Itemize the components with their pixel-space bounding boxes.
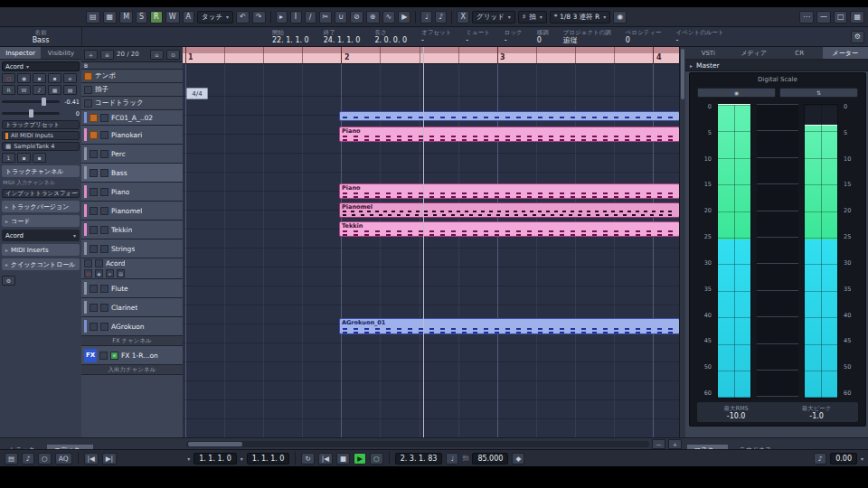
- section-chords[interactable]: ▸ コード: [2, 215, 80, 227]
- cycle-button[interactable]: ↻: [301, 453, 314, 465]
- draw-tool-icon[interactable]: ∕: [305, 11, 316, 23]
- info-field[interactable]: オフセット -: [421, 29, 451, 44]
- midi-part-pianomel[interactable]: Pianomel: [339, 202, 680, 218]
- volume-slider-handle[interactable]: [42, 98, 46, 106]
- stop-button[interactable]: ■: [336, 453, 350, 465]
- record-enable-button[interactable]: ○: [2, 73, 15, 83]
- track-filter-icon[interactable]: ≡: [100, 50, 114, 60]
- vertical-scrollbar-thumb[interactable]: [681, 49, 684, 99]
- track-row-chord[interactable]: コードトラック: [81, 97, 183, 110]
- tab-inspector[interactable]: Inspector: [0, 47, 41, 59]
- quantize-preset-dropdown[interactable]: * 1/8 3 連符 R ▾: [550, 11, 610, 23]
- right-locator-field[interactable]: 1. 1. 1. 0: [247, 453, 290, 465]
- max-rms-stat[interactable]: 最大RMS -10.0: [723, 405, 748, 420]
- track-preset-selector[interactable]: トラックプリセット: [2, 120, 80, 129]
- line-tool-icon[interactable]: ∿: [382, 11, 396, 23]
- record-arm-icon[interactable]: ○: [84, 269, 92, 277]
- tab-media[interactable]: メディア: [731, 47, 778, 59]
- mute-track-button[interactable]: ▪: [33, 73, 46, 83]
- input-transformer-selector[interactable]: インプットトランスフォーマー ⇅: [2, 189, 80, 198]
- zoom-tool-icon[interactable]: ⊕: [366, 11, 380, 23]
- midi-part-tekkin[interactable]: Tekkin: [339, 221, 680, 237]
- mute-tool-icon[interactable]: ⊘: [350, 11, 363, 23]
- left-locator-field[interactable]: 1. 1. 1. 0: [193, 453, 237, 465]
- master-bus-header[interactable]: ▸ Master: [685, 60, 868, 71]
- info-field[interactable]: ロック -: [505, 29, 523, 44]
- info-field[interactable]: 開始 22. 1. 1. 0: [272, 29, 309, 44]
- midi-part-piano[interactable]: Piano: [339, 127, 680, 142]
- project-position-display[interactable]: 2. 3. 1. 83: [395, 453, 443, 465]
- play-button[interactable]: ▶: [354, 453, 366, 465]
- horizontal-scrollbar-thumb[interactable]: [188, 442, 242, 446]
- track-row-audio[interactable]: AGrokuon: [81, 317, 183, 336]
- iterative-quantize-icon[interactable]: ◉: [613, 11, 627, 23]
- setup-icon[interactable]: ▤: [86, 11, 100, 23]
- transport-setup-icon[interactable]: ▤: [5, 453, 18, 465]
- info-field[interactable]: ベロシティー 0: [626, 29, 662, 44]
- range-selection-tool-icon[interactable]: I: [290, 11, 302, 23]
- meter-bar-left[interactable]: [717, 104, 751, 399]
- record-button[interactable]: ○: [370, 453, 383, 465]
- track-row-midi[interactable]: Pianomel: [81, 202, 183, 221]
- tab-cr[interactable]: CR: [777, 47, 823, 59]
- section-quick-controls[interactable]: ▸ クイックコントロール ◉: [2, 258, 80, 270]
- horizontal-scrollbar[interactable]: — +: [183, 437, 685, 449]
- track-row-midi-acord[interactable]: Acord ○ ◉ e ▤: [81, 258, 183, 279]
- note-icon[interactable]: ♪: [435, 11, 447, 23]
- pan-slider[interactable]: [2, 112, 60, 115]
- lane-display-button[interactable]: ▤: [63, 85, 77, 95]
- track-row-midi[interactable]: Flute: [81, 279, 183, 298]
- section-track-versions[interactable]: ▸ トラックバージョン: [2, 201, 80, 212]
- event-name-block[interactable]: 名前 Bass: [0, 27, 82, 46]
- zoom-in-icon[interactable]: +: [668, 439, 682, 449]
- program-selector-button[interactable]: ▪: [33, 153, 46, 163]
- inspector-gear-icon[interactable]: ⚙: [2, 276, 15, 286]
- vertical-scrollbar[interactable]: [679, 47, 685, 437]
- lane-icon[interactable]: ▤: [117, 269, 125, 277]
- output-level-field[interactable]: 0.00: [830, 453, 857, 465]
- info-field[interactable]: 終了 24. 1. 1. 0: [324, 29, 361, 44]
- audio-part-agrokuon[interactable]: AGrokuon_01: [339, 318, 680, 334]
- zoom-out-icon[interactable]: —: [652, 439, 665, 449]
- grid-type-dropdown[interactable]: グリッド ▾: [472, 11, 515, 23]
- audio-part[interactable]: [339, 111, 680, 121]
- meter-peak-hold-button[interactable]: ◉: [697, 88, 776, 98]
- info-field[interactable]: イベントのルート -: [676, 29, 724, 44]
- section-chord-combo[interactable]: Acord ▾: [2, 230, 80, 241]
- object-selection-tool-icon[interactable]: ▸: [276, 11, 288, 23]
- edit-channel-button[interactable]: e: [63, 73, 77, 83]
- track-row-tempo[interactable]: テンポ: [81, 70, 183, 83]
- signature-event[interactable]: 4/4: [186, 88, 208, 99]
- tab-visibility[interactable]: Visibility: [41, 47, 81, 59]
- track-row-folder[interactable]: B: [81, 62, 183, 70]
- punch-in-icon[interactable]: |◀: [84, 453, 99, 465]
- track-row-fx[interactable]: FX e FX 1-R...on: [81, 346, 183, 365]
- redo-icon[interactable]: ↷: [252, 11, 266, 23]
- automation-mode-dropdown[interactable]: タッチ ▾: [197, 11, 233, 23]
- volume-slider[interactable]: [2, 100, 60, 103]
- midi-part-piano-2[interactable]: Piano: [339, 183, 680, 199]
- split-tool-icon[interactable]: ✂: [319, 11, 333, 23]
- automation-suspend-button[interactable]: A: [183, 11, 194, 23]
- audio-quantize-badge[interactable]: AQ: [55, 453, 72, 465]
- midi-input-selector[interactable]: All MIDI Inputs: [2, 131, 80, 140]
- edit-icon[interactable]: e: [106, 269, 114, 277]
- chord-selector[interactable]: Acord ▾: [2, 61, 80, 71]
- play-tool-icon[interactable]: ▶: [398, 11, 410, 23]
- glue-tool-icon[interactable]: ∪: [335, 11, 347, 23]
- window-layout-icon[interactable]: ▦: [103, 11, 118, 23]
- home-icon[interactable]: ⌂: [150, 50, 164, 60]
- track-row-midi[interactable]: Strings: [81, 239, 183, 258]
- beat-mode-label[interactable]: 拍: [462, 454, 468, 463]
- solo-track-button[interactable]: ▪: [48, 73, 61, 83]
- window-minimize-icon[interactable]: —: [816, 11, 831, 23]
- track-row-midi[interactable]: Tekkin: [81, 221, 183, 239]
- track-row-midi[interactable]: Clarinet: [81, 298, 183, 317]
- automation-write-button[interactable]: W: [165, 11, 180, 23]
- add-track-button[interactable]: +: [84, 50, 98, 60]
- info-field[interactable]: ミュート -: [466, 29, 489, 44]
- autoscroll-icon[interactable]: X: [457, 11, 468, 23]
- solo-all-button[interactable]: S: [136, 11, 147, 23]
- mute-all-button[interactable]: M: [119, 11, 133, 23]
- monitor-button[interactable]: ◉: [17, 73, 31, 83]
